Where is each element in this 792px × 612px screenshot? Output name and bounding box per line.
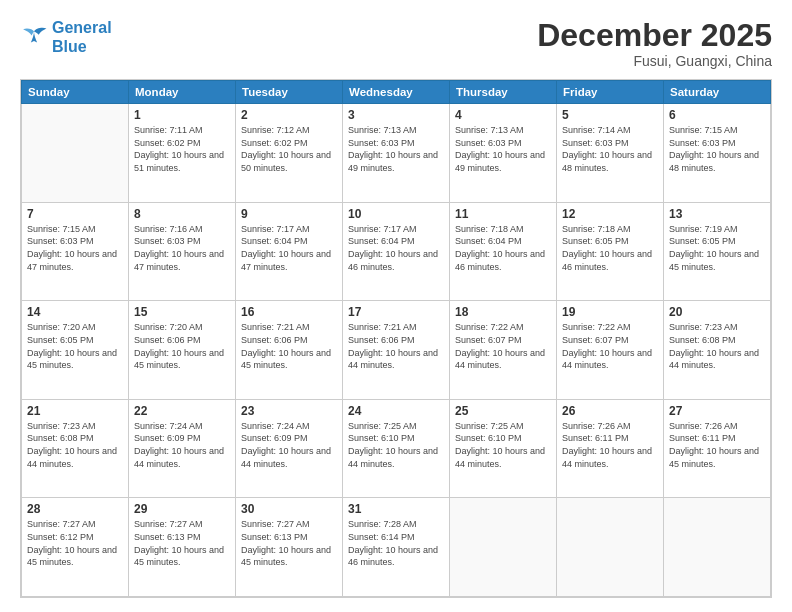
weekday-header-friday: Friday: [557, 81, 664, 104]
day-number: 19: [562, 305, 658, 319]
calendar-cell: 16Sunrise: 7:21 AMSunset: 6:06 PMDayligh…: [236, 301, 343, 400]
calendar-cell: 29Sunrise: 7:27 AMSunset: 6:13 PMDayligh…: [129, 498, 236, 597]
calendar-header: SundayMondayTuesdayWednesdayThursdayFrid…: [22, 81, 771, 104]
week-row-4: 21Sunrise: 7:23 AMSunset: 6:08 PMDayligh…: [22, 399, 771, 498]
day-info: Sunrise: 7:17 AMSunset: 6:04 PMDaylight:…: [241, 223, 337, 273]
day-info: Sunrise: 7:27 AMSunset: 6:13 PMDaylight:…: [134, 518, 230, 568]
calendar-cell: 3Sunrise: 7:13 AMSunset: 6:03 PMDaylight…: [343, 104, 450, 203]
day-info: Sunrise: 7:15 AMSunset: 6:03 PMDaylight:…: [27, 223, 123, 273]
day-number: 28: [27, 502, 123, 516]
day-number: 29: [134, 502, 230, 516]
day-number: 10: [348, 207, 444, 221]
day-number: 14: [27, 305, 123, 319]
day-info: Sunrise: 7:12 AMSunset: 6:02 PMDaylight:…: [241, 124, 337, 174]
day-info: Sunrise: 7:20 AMSunset: 6:05 PMDaylight:…: [27, 321, 123, 371]
calendar-cell: 28Sunrise: 7:27 AMSunset: 6:12 PMDayligh…: [22, 498, 129, 597]
calendar-cell: 17Sunrise: 7:21 AMSunset: 6:06 PMDayligh…: [343, 301, 450, 400]
day-number: 25: [455, 404, 551, 418]
day-number: 26: [562, 404, 658, 418]
day-info: Sunrise: 7:15 AMSunset: 6:03 PMDaylight:…: [669, 124, 765, 174]
day-number: 1: [134, 108, 230, 122]
weekday-header-thursday: Thursday: [450, 81, 557, 104]
calendar-cell: 15Sunrise: 7:20 AMSunset: 6:06 PMDayligh…: [129, 301, 236, 400]
calendar-cell: 6Sunrise: 7:15 AMSunset: 6:03 PMDaylight…: [664, 104, 771, 203]
day-info: Sunrise: 7:26 AMSunset: 6:11 PMDaylight:…: [669, 420, 765, 470]
month-title: December 2025: [537, 18, 772, 53]
day-number: 21: [27, 404, 123, 418]
day-info: Sunrise: 7:19 AMSunset: 6:05 PMDaylight:…: [669, 223, 765, 273]
day-info: Sunrise: 7:16 AMSunset: 6:03 PMDaylight:…: [134, 223, 230, 273]
calendar-cell: 30Sunrise: 7:27 AMSunset: 6:13 PMDayligh…: [236, 498, 343, 597]
weekday-header-wednesday: Wednesday: [343, 81, 450, 104]
calendar-cell: 13Sunrise: 7:19 AMSunset: 6:05 PMDayligh…: [664, 202, 771, 301]
weekday-header-sunday: Sunday: [22, 81, 129, 104]
day-number: 11: [455, 207, 551, 221]
calendar-cell: 8Sunrise: 7:16 AMSunset: 6:03 PMDaylight…: [129, 202, 236, 301]
calendar-cell: 14Sunrise: 7:20 AMSunset: 6:05 PMDayligh…: [22, 301, 129, 400]
logo-text: General Blue: [52, 18, 112, 56]
calendar-cell: 4Sunrise: 7:13 AMSunset: 6:03 PMDaylight…: [450, 104, 557, 203]
calendar-cell: [450, 498, 557, 597]
week-row-1: 1Sunrise: 7:11 AMSunset: 6:02 PMDaylight…: [22, 104, 771, 203]
calendar-cell: 7Sunrise: 7:15 AMSunset: 6:03 PMDaylight…: [22, 202, 129, 301]
weekday-header-saturday: Saturday: [664, 81, 771, 104]
day-info: Sunrise: 7:11 AMSunset: 6:02 PMDaylight:…: [134, 124, 230, 174]
calendar-cell: [22, 104, 129, 203]
day-number: 15: [134, 305, 230, 319]
calendar-cell: 12Sunrise: 7:18 AMSunset: 6:05 PMDayligh…: [557, 202, 664, 301]
day-number: 3: [348, 108, 444, 122]
day-number: 27: [669, 404, 765, 418]
calendar: SundayMondayTuesdayWednesdayThursdayFrid…: [20, 79, 772, 598]
day-info: Sunrise: 7:22 AMSunset: 6:07 PMDaylight:…: [562, 321, 658, 371]
day-number: 24: [348, 404, 444, 418]
calendar-cell: 11Sunrise: 7:18 AMSunset: 6:04 PMDayligh…: [450, 202, 557, 301]
day-info: Sunrise: 7:25 AMSunset: 6:10 PMDaylight:…: [455, 420, 551, 470]
weekday-header-tuesday: Tuesday: [236, 81, 343, 104]
day-info: Sunrise: 7:13 AMSunset: 6:03 PMDaylight:…: [455, 124, 551, 174]
day-number: 5: [562, 108, 658, 122]
day-info: Sunrise: 7:18 AMSunset: 6:04 PMDaylight:…: [455, 223, 551, 273]
week-row-2: 7Sunrise: 7:15 AMSunset: 6:03 PMDaylight…: [22, 202, 771, 301]
day-info: Sunrise: 7:25 AMSunset: 6:10 PMDaylight:…: [348, 420, 444, 470]
day-info: Sunrise: 7:20 AMSunset: 6:06 PMDaylight:…: [134, 321, 230, 371]
day-info: Sunrise: 7:24 AMSunset: 6:09 PMDaylight:…: [241, 420, 337, 470]
calendar-table: SundayMondayTuesdayWednesdayThursdayFrid…: [21, 80, 771, 597]
calendar-cell: [557, 498, 664, 597]
calendar-cell: 19Sunrise: 7:22 AMSunset: 6:07 PMDayligh…: [557, 301, 664, 400]
calendar-cell: 10Sunrise: 7:17 AMSunset: 6:04 PMDayligh…: [343, 202, 450, 301]
day-number: 23: [241, 404, 337, 418]
calendar-cell: 1Sunrise: 7:11 AMSunset: 6:02 PMDaylight…: [129, 104, 236, 203]
week-row-5: 28Sunrise: 7:27 AMSunset: 6:12 PMDayligh…: [22, 498, 771, 597]
calendar-cell: 18Sunrise: 7:22 AMSunset: 6:07 PMDayligh…: [450, 301, 557, 400]
calendar-cell: 31Sunrise: 7:28 AMSunset: 6:14 PMDayligh…: [343, 498, 450, 597]
logo-icon: [20, 25, 48, 49]
calendar-cell: 24Sunrise: 7:25 AMSunset: 6:10 PMDayligh…: [343, 399, 450, 498]
day-number: 12: [562, 207, 658, 221]
day-info: Sunrise: 7:23 AMSunset: 6:08 PMDaylight:…: [27, 420, 123, 470]
day-info: Sunrise: 7:14 AMSunset: 6:03 PMDaylight:…: [562, 124, 658, 174]
calendar-cell: 2Sunrise: 7:12 AMSunset: 6:02 PMDaylight…: [236, 104, 343, 203]
day-number: 22: [134, 404, 230, 418]
day-number: 2: [241, 108, 337, 122]
title-block: December 2025 Fusui, Guangxi, China: [537, 18, 772, 69]
weekday-row: SundayMondayTuesdayWednesdayThursdayFrid…: [22, 81, 771, 104]
day-number: 31: [348, 502, 444, 516]
day-info: Sunrise: 7:22 AMSunset: 6:07 PMDaylight:…: [455, 321, 551, 371]
week-row-3: 14Sunrise: 7:20 AMSunset: 6:05 PMDayligh…: [22, 301, 771, 400]
day-number: 17: [348, 305, 444, 319]
day-number: 20: [669, 305, 765, 319]
logo: General Blue: [20, 18, 112, 56]
location-subtitle: Fusui, Guangxi, China: [537, 53, 772, 69]
day-info: Sunrise: 7:27 AMSunset: 6:12 PMDaylight:…: [27, 518, 123, 568]
day-number: 13: [669, 207, 765, 221]
calendar-cell: 25Sunrise: 7:25 AMSunset: 6:10 PMDayligh…: [450, 399, 557, 498]
day-info: Sunrise: 7:28 AMSunset: 6:14 PMDaylight:…: [348, 518, 444, 568]
calendar-cell: 21Sunrise: 7:23 AMSunset: 6:08 PMDayligh…: [22, 399, 129, 498]
header: General Blue December 2025 Fusui, Guangx…: [20, 18, 772, 69]
day-number: 9: [241, 207, 337, 221]
calendar-cell: 27Sunrise: 7:26 AMSunset: 6:11 PMDayligh…: [664, 399, 771, 498]
day-number: 16: [241, 305, 337, 319]
calendar-cell: 22Sunrise: 7:24 AMSunset: 6:09 PMDayligh…: [129, 399, 236, 498]
day-info: Sunrise: 7:18 AMSunset: 6:05 PMDaylight:…: [562, 223, 658, 273]
weekday-header-monday: Monday: [129, 81, 236, 104]
